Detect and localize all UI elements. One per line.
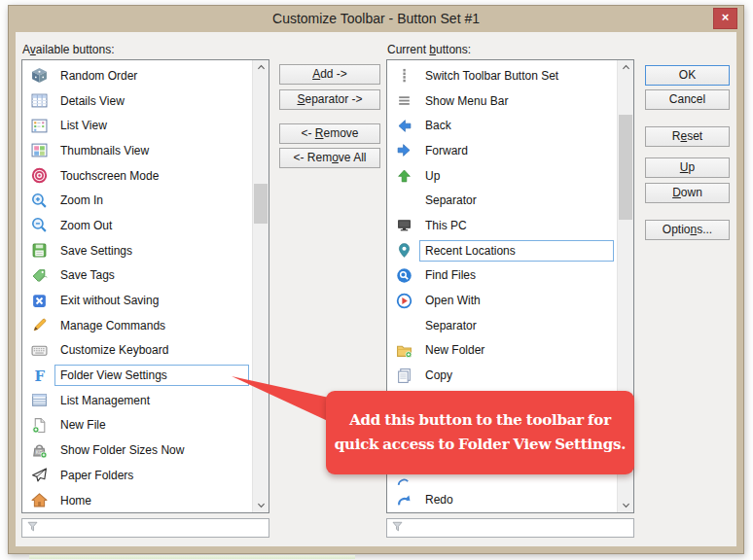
scrollbar-thumb[interactable] — [619, 115, 632, 220]
list-item-new-file[interactable]: New File — [22, 413, 252, 438]
list-item-open-with[interactable]: Open With — [387, 288, 617, 313]
list-item-label: Switch Toolbar Button Set — [419, 65, 614, 87]
list-item-zoom-in[interactable]: Zoom In — [22, 188, 252, 213]
list-item-label: Details View — [54, 90, 249, 112]
filter-funnel-icon — [387, 519, 404, 537]
list-item-exit-without-saving[interactable]: Exit without Saving — [22, 288, 252, 313]
list-item-separator[interactable]: Separator — [387, 313, 617, 338]
available-list-scrollbar[interactable] — [252, 60, 269, 512]
list-item-label: Save Tags — [54, 264, 249, 286]
list-item-label: This PC — [419, 215, 614, 236]
list-item-label: Touchscreen Mode — [54, 165, 249, 187]
list-item-zoom-out[interactable]: Zoom Out — [22, 213, 252, 238]
list-item-label: New Folder — [419, 339, 614, 361]
list-item-partial[interactable] — [387, 475, 617, 487]
scroll-up-icon[interactable] — [618, 60, 633, 75]
list-item-redo[interactable]: Redo — [387, 487, 617, 512]
cancel-button[interactable]: Cancel — [645, 89, 730, 110]
remove-button[interactable]: <- Remove — [279, 123, 380, 144]
filter-funnel-icon — [22, 519, 39, 537]
list-item-label: Redo — [419, 489, 614, 510]
list-item-details-view[interactable]: Details View — [22, 88, 252, 114]
list-item-list-management[interactable]: List Management — [22, 388, 252, 413]
ok-button[interactable]: OK — [645, 65, 730, 86]
list-item-home[interactable]: Home — [22, 488, 252, 512]
list-item-new-folder[interactable]: New Folder — [387, 338, 617, 364]
list-item-label: Separator — [419, 315, 614, 336]
down-button[interactable]: Down — [645, 183, 730, 203]
list-item-show-folder-sizes-now[interactable]: KGShow Folder Sizes Now — [22, 438, 252, 463]
list-item-label: Paper Folders — [54, 465, 249, 486]
up-button[interactable]: Up — [645, 158, 730, 178]
dialog-window: Customize Toolbar - Button Set #1 × Avai… — [8, 5, 744, 554]
screenshot-canvas: Customize Toolbar - Button Set #1 × Avai… — [0, 0, 753, 560]
list-view-icon — [29, 118, 49, 134]
svg-text:F: F — [34, 368, 45, 384]
list-item-label: Open With — [419, 290, 614, 311]
list-item-recent-locations[interactable]: Recent Locations — [387, 238, 617, 263]
list-item-customize-keyboard[interactable]: Customize Keyboard — [22, 338, 252, 364]
available-filter-input[interactable] — [43, 519, 269, 537]
remove-all-button[interactable]: <- Remove All — [279, 148, 380, 168]
list-item-label: Manage Commands — [54, 315, 249, 336]
list-item-touchscreen-mode[interactable]: Touchscreen Mode — [22, 163, 252, 189]
reset-button[interactable]: Reset — [645, 126, 730, 147]
add-button[interactable]: Add -> — [279, 64, 380, 85]
list-item-back[interactable]: Back — [387, 113, 617, 138]
customize-keyboard-icon — [29, 342, 49, 359]
list-item-random-order[interactable]: Random Order — [22, 63, 252, 88]
this-pc-icon — [394, 217, 413, 233]
scrollbar-thumb[interactable] — [254, 184, 268, 224]
options-button[interactable]: Options... — [645, 220, 730, 240]
list-item-forward[interactable]: Forward — [387, 138, 617, 163]
list-item-label: Exit without Saving — [54, 290, 249, 311]
separator-button[interactable]: Separator -> — [279, 89, 380, 110]
paper-folders-icon — [29, 467, 49, 483]
list-item-copy[interactable]: Copy — [387, 363, 617, 388]
list-item-save-tags[interactable]: Save Tags — [22, 263, 252, 289]
list-item-list-view[interactable]: List View — [22, 113, 252, 138]
list-item-paper-folders[interactable]: Paper Folders — [22, 463, 252, 488]
exit-without-saving-icon — [29, 293, 49, 309]
touchscreen-mode-icon — [29, 167, 49, 184]
list-item-label: New File — [54, 414, 249, 436]
home-icon — [29, 492, 49, 508]
current-filter-box[interactable] — [386, 518, 634, 538]
available-buttons-list[interactable]: Random OrderDetails ViewList ViewThumbna… — [21, 59, 269, 513]
list-item-label: Forward — [419, 140, 614, 161]
titlebar[interactable]: Customize Toolbar - Button Set #1 × — [9, 6, 743, 32]
list-item-show-menu-bar[interactable]: Show Menu Bar — [387, 88, 617, 114]
list-item-switch-toolbar-button-set[interactable]: Switch Toolbar Button Set — [387, 63, 617, 88]
list-management-icon — [29, 392, 49, 408]
scroll-down-icon[interactable] — [618, 498, 633, 512]
show-menu-bar-icon — [394, 92, 413, 109]
list-item-label: Zoom Out — [54, 215, 249, 236]
current-buttons-label: Current buttons: — [387, 43, 471, 56]
available-filter-box[interactable] — [21, 518, 269, 538]
current-filter-input[interactable] — [408, 519, 633, 537]
undo-fragment-icon — [394, 475, 413, 487]
scroll-down-icon[interactable] — [253, 498, 269, 512]
list-item-label: Thumbnails View — [54, 140, 249, 161]
list-item-label: Separator — [419, 190, 614, 211]
list-item-label: Folder View Settings — [54, 365, 249, 386]
list-item-save-settings[interactable]: Save Settings — [22, 238, 252, 263]
list-item-up[interactable]: Up — [387, 163, 617, 189]
list-item-label: Back — [419, 115, 614, 136]
window-title: Customize Toolbar - Button Set #1 — [272, 11, 480, 26]
dialog-client-area: Available buttons: Current buttons: Rand… — [16, 32, 736, 546]
details-view-icon — [29, 92, 49, 109]
close-button[interactable]: × — [713, 8, 737, 29]
list-item-thumbnails-view[interactable]: Thumbnails View — [22, 138, 252, 163]
list-item-folder-view-settings[interactable]: FFolder View Settings — [22, 363, 252, 388]
list-item-separator[interactable]: Separator — [387, 188, 617, 213]
save-settings-icon — [29, 242, 49, 259]
list-item-find-files[interactable]: Find Files — [387, 263, 617, 289]
list-item-this-pc[interactable]: This PC — [387, 213, 617, 238]
folder-view-settings-icon: F — [29, 368, 49, 384]
list-item-label: Zoom In — [54, 190, 249, 211]
list-item-manage-commands[interactable]: Manage Commands — [22, 313, 252, 338]
scroll-up-icon[interactable] — [253, 60, 269, 75]
list-item-label: Show Folder Sizes Now — [54, 439, 249, 461]
zoom-out-icon — [29, 217, 49, 233]
